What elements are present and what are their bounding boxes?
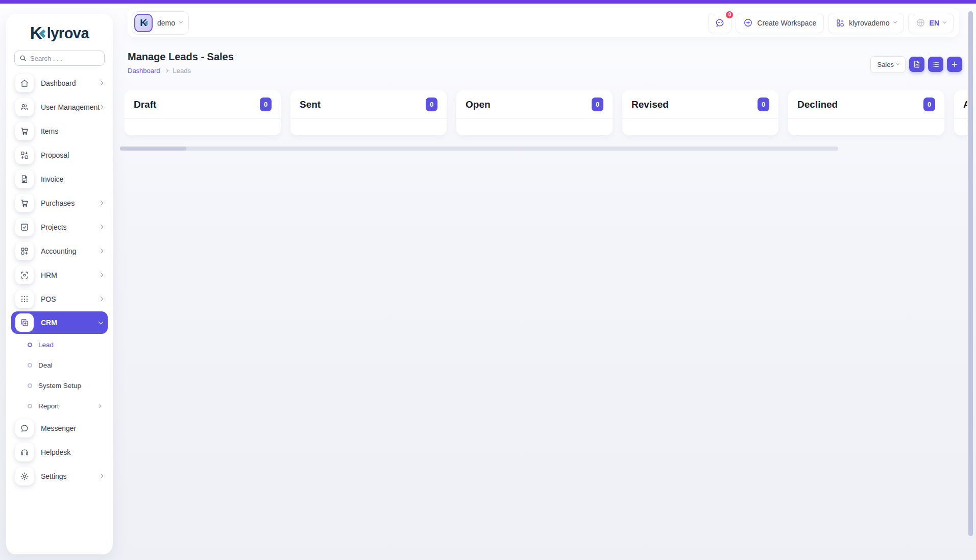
sidebar-item-dashboard[interactable]: Dashboard bbox=[11, 71, 108, 95]
chevron-right-icon bbox=[99, 81, 104, 86]
sidebar-item-label: Dashboard bbox=[41, 79, 76, 87]
account-name: klyrovademo bbox=[849, 19, 889, 27]
vertical-scrollbar[interactable] bbox=[968, 11, 973, 536]
chevron-down-icon bbox=[943, 20, 946, 23]
grid-plus-icon bbox=[15, 242, 34, 260]
kanban-column-header: Draft 0 bbox=[125, 90, 281, 119]
cart-icon bbox=[15, 194, 34, 212]
sidebar-item-projects[interactable]: Projects bbox=[11, 215, 108, 239]
chat-bubble-icon bbox=[15, 419, 34, 437]
messages-button[interactable]: 0 bbox=[708, 13, 731, 33]
file-refresh-icon bbox=[913, 60, 921, 68]
page-title-block: Manage Leads - Sales Dashboard Leads bbox=[128, 51, 234, 75]
workspace-switcher[interactable]: K demo bbox=[132, 11, 189, 35]
convert-document-button[interactable] bbox=[909, 57, 924, 72]
kanban-column-header: Sent 0 bbox=[290, 90, 447, 119]
sidebar-item-hrm[interactable]: HRM bbox=[11, 263, 108, 287]
pipeline-label: Sales bbox=[877, 61, 894, 68]
task-check-icon bbox=[15, 218, 34, 236]
plus-icon bbox=[950, 60, 959, 68]
account-dropdown[interactable]: klyrovademo bbox=[828, 13, 904, 33]
chevron-down-icon bbox=[179, 20, 183, 23]
invoice-icon bbox=[15, 170, 34, 188]
chevron-right-icon bbox=[99, 225, 104, 230]
chevron-down-icon bbox=[896, 61, 899, 65]
create-workspace-button[interactable]: Create Workspace bbox=[736, 13, 824, 33]
headset-icon bbox=[15, 443, 34, 461]
bullet-circle-icon bbox=[28, 404, 32, 408]
sidebar-item-label: Invoice bbox=[41, 175, 63, 183]
kanban-column-header: Open 0 bbox=[456, 90, 613, 119]
sidebar-item-pos[interactable]: POS bbox=[11, 287, 108, 311]
home-icon bbox=[15, 74, 34, 92]
sidebar-item-label: Items bbox=[41, 127, 58, 135]
kanban-column-revised: Revised 0 bbox=[622, 90, 778, 135]
kanban-count-badge: 0 bbox=[758, 98, 769, 111]
sidebar-item-proposal[interactable]: Proposal bbox=[11, 143, 108, 167]
logo-text: lyrova bbox=[47, 25, 89, 42]
breadcrumb-dashboard-link[interactable]: Dashboard bbox=[128, 67, 160, 75]
grid-plus-icon bbox=[836, 18, 845, 28]
submenu-item-deal[interactable]: Deal bbox=[11, 355, 108, 375]
dots-grid-icon bbox=[15, 290, 34, 308]
add-lead-button[interactable] bbox=[947, 57, 962, 72]
sidebar-item-invoice[interactable]: Invoice bbox=[11, 167, 108, 191]
kanban-column-sent: Sent 0 bbox=[290, 90, 447, 135]
header-actions: 0 Create Workspace klyrovademo EN bbox=[708, 13, 954, 33]
kanban-count-badge: 0 bbox=[923, 98, 935, 111]
horizontal-scrollbar-thumb[interactable] bbox=[120, 147, 186, 151]
sidebar-item-helpdesk[interactable]: Helpdesk bbox=[11, 440, 108, 464]
bullet-circle-icon bbox=[28, 343, 32, 347]
sidebar-item-label: Helpdesk bbox=[41, 448, 70, 456]
chevron-right-icon bbox=[99, 297, 104, 302]
sidebar-item-messenger[interactable]: Messenger bbox=[11, 416, 108, 440]
scan-target-icon bbox=[15, 266, 34, 284]
submenu-item-report[interactable]: Report bbox=[11, 396, 108, 416]
submenu-item-system-setup[interactable]: System Setup bbox=[11, 375, 108, 396]
kanban-count-badge: 0 bbox=[260, 98, 272, 111]
kanban-column-title: Draft bbox=[134, 99, 156, 110]
sidebar-item-settings[interactable]: Settings bbox=[11, 464, 108, 488]
cart-icon bbox=[15, 122, 34, 140]
users-icon bbox=[15, 98, 34, 116]
sidebar-menu: Dashboard User Management Items Proposal bbox=[11, 71, 108, 488]
sidebar-item-label: Accounting bbox=[41, 247, 76, 255]
sidebar-item-label: Purchases bbox=[41, 199, 75, 207]
sidebar-item-label: POS bbox=[41, 295, 56, 303]
create-workspace-label: Create Workspace bbox=[757, 19, 816, 27]
list-view-button[interactable] bbox=[928, 57, 943, 72]
kanban-column-title: Open bbox=[466, 99, 491, 110]
sidebar-item-label: User Management bbox=[41, 103, 100, 111]
chat-icon bbox=[715, 18, 725, 28]
kanban-column-open: Open 0 bbox=[456, 90, 613, 135]
sidebar-item-user-management[interactable]: User Management bbox=[11, 95, 108, 119]
workspace-avatar: K bbox=[134, 14, 153, 32]
search-input[interactable] bbox=[30, 55, 100, 62]
kanban-column-title: Revised bbox=[631, 99, 669, 110]
submenu-item-lead[interactable]: Lead bbox=[11, 334, 108, 355]
sidebar-item-label: Settings bbox=[41, 472, 67, 480]
swap-boxes-icon bbox=[15, 146, 34, 164]
crm-submenu: Lead Deal System Setup Report bbox=[11, 334, 108, 416]
sidebar-search bbox=[14, 51, 105, 66]
sidebar-item-label: HRM bbox=[41, 271, 57, 279]
sidebar-item-purchases[interactable]: Purchases bbox=[11, 191, 108, 215]
kanban-column-title: Declined bbox=[797, 99, 838, 110]
language-selector[interactable]: EN bbox=[908, 13, 954, 33]
chevron-down-icon bbox=[893, 20, 897, 23]
chevron-right-icon bbox=[99, 273, 104, 278]
breadcrumb-separator-icon bbox=[165, 69, 168, 72]
sidebar-item-crm[interactable]: CRM bbox=[11, 311, 108, 334]
breadcrumb-current: Leads bbox=[173, 67, 191, 75]
pipeline-select-button[interactable]: Sales bbox=[870, 56, 906, 73]
top-accent-strip bbox=[0, 0, 976, 4]
chevron-right-icon bbox=[99, 474, 104, 479]
sidebar-item-items[interactable]: Items bbox=[11, 119, 108, 143]
sidebar-item-accounting[interactable]: Accounting bbox=[11, 239, 108, 263]
submenu-item-label: Lead bbox=[38, 341, 54, 349]
sidebar-item-label: Messenger bbox=[41, 424, 76, 432]
horizontal-scrollbar[interactable] bbox=[120, 147, 838, 151]
header-bar: K demo 0 Create Workspace klyrovademo bbox=[128, 8, 959, 37]
kanban-column-header: Revised 0 bbox=[622, 90, 778, 119]
kanban-count-badge: 0 bbox=[592, 98, 603, 111]
